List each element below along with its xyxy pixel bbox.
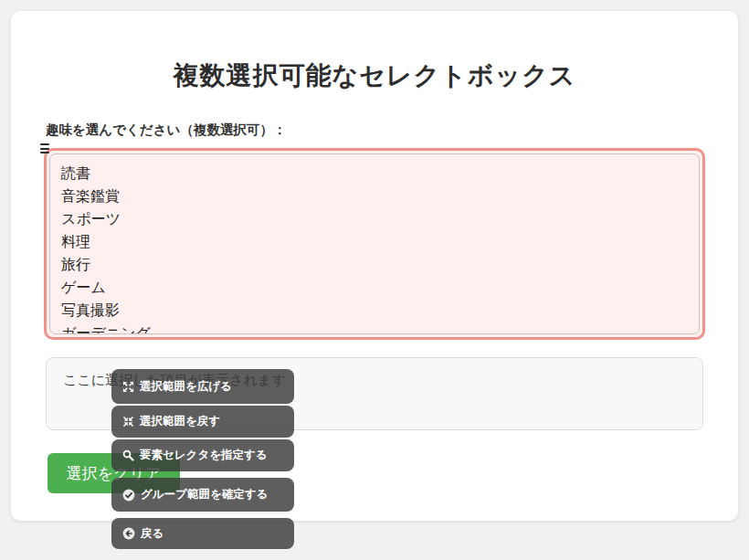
expand-arrows-icon	[122, 381, 134, 393]
select-option[interactable]: 料理	[61, 230, 699, 253]
page-title: 複数選択可能なセレクトボックス	[46, 60, 703, 91]
select-option[interactable]: 旅行	[61, 253, 699, 276]
hobby-select-label: 趣味を選んでください（複数選択可）：	[46, 122, 703, 139]
search-icon	[122, 449, 134, 461]
back-arrow-icon	[122, 527, 135, 540]
drag-handle-icon[interactable]	[40, 143, 49, 153]
menu-item-confirm-group[interactable]: グループ範囲を確定する	[111, 478, 294, 512]
compress-arrows-icon	[122, 416, 134, 428]
select-highlight-outline: 読書 音楽鑑賞 スポーツ 料理 旅行 ゲーム 写真撮影 ガーデニング	[44, 148, 705, 340]
menu-item-label: グループ範囲を確定する	[141, 487, 268, 502]
select-option[interactable]: ガーデニング	[61, 322, 699, 334]
menu-item-label: 要素セレクタを指定する	[140, 448, 268, 463]
menu-item-expand-selection[interactable]: 選択範囲を広げる	[111, 369, 294, 404]
select-option[interactable]: ゲーム	[61, 276, 699, 299]
menu-item-shrink-selection[interactable]: 選択範囲を戻す	[111, 406, 294, 438]
check-circle-icon	[122, 489, 135, 502]
hobby-multi-select[interactable]: 読書 音楽鑑賞 スポーツ 料理 旅行 ゲーム 写真撮影 ガーデニング	[49, 153, 700, 334]
menu-item-label: 選択範囲を戻す	[140, 414, 220, 429]
menu-item-back[interactable]: 戻る	[111, 518, 294, 549]
select-option[interactable]: 読書	[61, 162, 699, 185]
menu-item-label: 戻る	[141, 526, 164, 542]
scraper-context-menu: 選択範囲を広げる 選択範囲を戻す 要素セレクタを指定する グループ範囲を確定する	[111, 369, 294, 549]
menu-item-specify-selector[interactable]: 要素セレクタを指定する	[111, 439, 294, 471]
menu-item-label: 選択範囲を広げる	[140, 379, 232, 395]
select-option[interactable]: スポーツ	[61, 207, 699, 230]
select-option[interactable]: 写真撮影	[61, 299, 699, 322]
select-option[interactable]: 音楽鑑賞	[61, 185, 699, 207]
